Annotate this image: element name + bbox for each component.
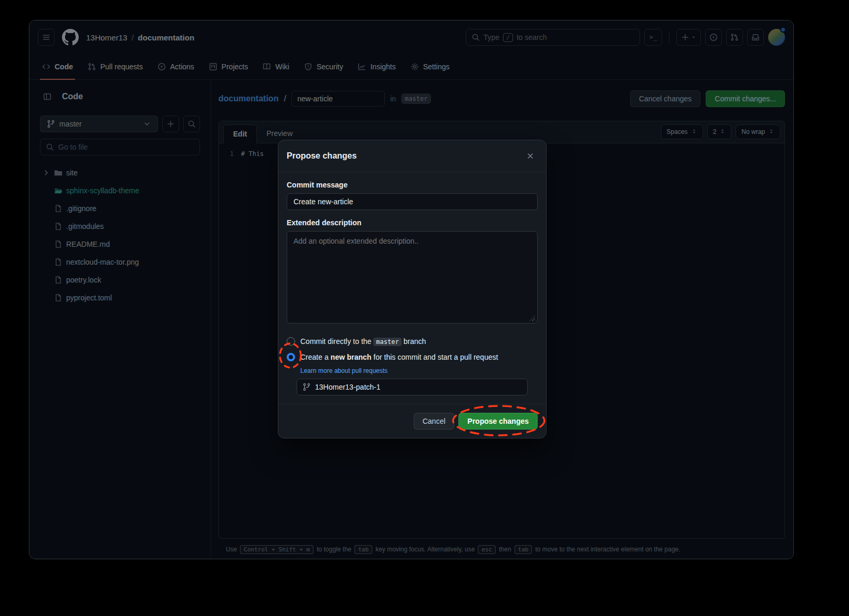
learn-more-row: Learn more about pull requests [300,366,538,374]
label-text: branch [402,337,426,346]
commit-message-label: Commit message [287,181,538,189]
new-branch-name-input[interactable] [315,383,522,391]
label-text: Commit directly to the [300,337,373,346]
label-bold-text: new branch [331,353,372,361]
commit-directly-label: Commit directly to the master branch [300,337,426,346]
commit-message-field: Commit message [287,181,538,210]
dialog-header: Propose changes [278,140,546,172]
radio-checked[interactable] [287,353,295,361]
extended-description-textarea[interactable] [287,231,538,323]
commit-message-input[interactable] [287,193,538,210]
commit-directly-option[interactable]: Commit directly to the master branch [287,333,538,349]
label-text: for this commit and start a pull request [371,353,498,361]
cancel-button[interactable]: Cancel [414,413,455,430]
git-branch-icon [302,383,311,391]
desktop-background: 13Homer13 / documentation Type / to sear… [0,0,849,616]
branch-code-chip: master [373,338,401,346]
close-icon [526,152,534,160]
new-branch-name-field [297,379,528,395]
radio-unchecked[interactable] [287,337,295,346]
dialog-title: Propose changes [287,151,357,161]
dialog-body: Commit message Extended description Comm… [278,172,546,404]
dialog-footer: Cancel Propose changes [278,404,546,438]
extended-description-wrap [287,231,538,325]
create-new-branch-option[interactable]: Create a new branch for this commit and … [287,349,538,365]
github-window: 13Homer13 / documentation Type / to sear… [29,20,794,559]
close-dialog-button[interactable] [523,149,538,163]
learn-more-link[interactable]: Learn more about pull requests [300,367,387,374]
extended-description-label: Extended description [287,218,538,227]
propose-changes-dialog: Propose changes Commit message Extended … [278,140,547,438]
propose-changes-button[interactable]: Propose changes [458,413,538,430]
label-text: Create a [300,353,331,361]
create-new-branch-label: Create a new branch for this commit and … [300,353,498,361]
